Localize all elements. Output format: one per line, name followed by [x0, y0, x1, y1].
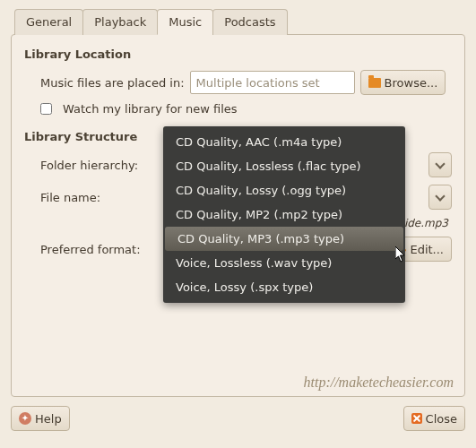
- music-files-label: Music files are placed in:: [40, 76, 185, 90]
- format-dropdown-menu: CD Quality, AAC (.m4a type) CD Quality, …: [163, 126, 405, 303]
- music-panel: Library Location Music files are placed …: [11, 34, 465, 397]
- format-option[interactable]: Voice, Lossless (.wav type): [163, 251, 405, 275]
- format-option[interactable]: Voice, Lossy (.spx type): [163, 275, 405, 299]
- help-icon: ✦: [19, 412, 31, 425]
- folder-hierarchy-chevron[interactable]: [428, 152, 452, 177]
- watch-library-checkbox[interactable]: [40, 103, 52, 115]
- library-location-section: Library Location Music files are placed …: [24, 47, 452, 116]
- close-button[interactable]: Close: [403, 406, 465, 431]
- format-option[interactable]: CD Quality, Lossy (.ogg type): [163, 178, 405, 202]
- chevron-down-icon: [435, 159, 445, 168]
- file-name-label: File name:: [40, 191, 148, 204]
- dialog-button-bar: ✦ Help Close: [11, 406, 465, 431]
- tabs-bar: General Playback Music Podcasts: [14, 9, 465, 35]
- library-structure-section: Library Structure Folder hierarchy: File…: [24, 130, 452, 262]
- format-option[interactable]: CD Quality, MP3 (.mp3 type): [165, 227, 403, 251]
- tab-music[interactable]: Music: [157, 9, 213, 35]
- music-location-input[interactable]: [190, 71, 355, 94]
- browse-button-label: Browse...: [385, 76, 438, 90]
- file-name-chevron[interactable]: [428, 185, 452, 210]
- watch-library-label: Watch my library for new files: [63, 102, 238, 116]
- preferred-format-label: Preferred format:: [40, 243, 148, 256]
- close-icon: [411, 413, 422, 424]
- format-option[interactable]: CD Quality, MP2 (.mp2 type): [163, 202, 405, 227]
- library-location-heading: Library Location: [24, 47, 452, 61]
- format-option-label: CD Quality, MP3 (.mp3 type): [177, 232, 344, 246]
- folder-hierarchy-label: Folder hierarchy:: [40, 159, 148, 172]
- tab-playback[interactable]: Playback: [82, 9, 158, 35]
- format-option[interactable]: CD Quality, AAC (.m4a type): [163, 130, 405, 154]
- edit-button-label: Edit...: [410, 243, 444, 256]
- browse-button[interactable]: Browse...: [360, 70, 446, 95]
- folder-icon: [368, 78, 381, 88]
- tab-general[interactable]: General: [14, 9, 83, 35]
- close-button-label: Close: [426, 412, 457, 426]
- help-button[interactable]: ✦ Help: [11, 406, 70, 431]
- format-option[interactable]: CD Quality, Lossless (.flac type): [163, 154, 405, 178]
- chevron-down-icon: [435, 191, 445, 201]
- tab-podcasts[interactable]: Podcasts: [212, 9, 287, 35]
- watermark-url: http://maketecheasier.com: [304, 375, 454, 391]
- help-button-label: Help: [35, 412, 62, 426]
